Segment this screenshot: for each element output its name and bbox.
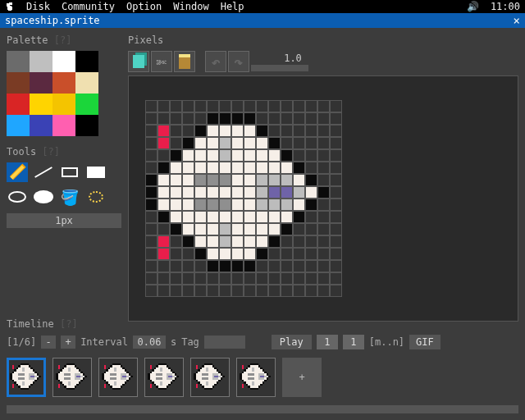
add-frame-button[interactable]: + bbox=[282, 358, 322, 397]
canvas-viewport[interactable] bbox=[128, 75, 518, 322]
interval-unit: s bbox=[171, 336, 176, 348]
range-hint: [m..n] bbox=[369, 336, 404, 348]
range-from[interactable]: 1 bbox=[317, 335, 338, 349]
pencil-tool[interactable] bbox=[7, 162, 28, 182]
menu-community[interactable]: Community bbox=[62, 1, 115, 12]
frame-4[interactable] bbox=[144, 358, 184, 397]
window-title: spaceship.sprite bbox=[5, 13, 100, 28]
paste-button[interactable] bbox=[174, 51, 195, 72]
tag-label: Tag bbox=[181, 336, 199, 348]
cut-button[interactable]: ✂ bbox=[151, 51, 172, 72]
menu-option[interactable]: Option bbox=[126, 1, 162, 12]
zoom-value: 1.0 bbox=[264, 52, 322, 64]
menu-help[interactable]: Help bbox=[221, 1, 244, 12]
redo-button[interactable]: ↷ bbox=[228, 51, 249, 72]
lasso-tool[interactable] bbox=[85, 187, 107, 207]
palette-swatch-7[interactable] bbox=[75, 72, 98, 94]
palette-swatch-9[interactable] bbox=[30, 94, 52, 115]
palette-swatch-5[interactable] bbox=[30, 72, 52, 94]
tools-help[interactable]: [?] bbox=[42, 146, 60, 158]
palette-swatch-13[interactable] bbox=[30, 115, 52, 136]
frame-2[interactable] bbox=[52, 358, 92, 397]
interval-value[interactable]: 0.06 bbox=[133, 336, 166, 349]
palette-swatch-6[interactable] bbox=[52, 72, 75, 94]
frame-minus-button[interactable]: - bbox=[41, 336, 56, 349]
undo-button[interactable]: ↶ bbox=[205, 51, 226, 72]
range-to[interactable]: 1 bbox=[343, 335, 364, 349]
timeline-scrollbar[interactable] bbox=[7, 405, 518, 413]
palette-swatch-4[interactable] bbox=[7, 72, 30, 94]
frame-plus-button[interactable]: + bbox=[61, 336, 75, 349]
rect-outline-tool[interactable] bbox=[59, 162, 80, 182]
rect-fill-tool[interactable] bbox=[85, 162, 107, 182]
zoom-slider[interactable] bbox=[251, 65, 308, 71]
close-icon[interactable]: × bbox=[514, 13, 520, 28]
gif-button[interactable]: GIF bbox=[409, 335, 441, 349]
volume-icon[interactable] bbox=[467, 0, 479, 13]
palette-swatch-12[interactable] bbox=[7, 115, 30, 136]
palette-swatch-10[interactable] bbox=[52, 94, 75, 115]
menu-disk[interactable]: Disk bbox=[26, 1, 50, 12]
frames-strip: + bbox=[7, 354, 518, 400]
color-palette bbox=[7, 51, 98, 136]
ellipse-fill-tool[interactable] bbox=[33, 187, 54, 207]
frame-counter: [1/6] bbox=[7, 336, 36, 348]
interval-label: Interval bbox=[80, 336, 128, 348]
clock: 11:00 bbox=[491, 0, 520, 13]
pixel-canvas bbox=[145, 100, 342, 297]
menu-window[interactable]: Window bbox=[173, 1, 208, 12]
frame-3[interactable] bbox=[98, 358, 138, 397]
palette-swatch-1[interactable] bbox=[30, 51, 52, 72]
menubar: DiskCommunityOptionWindowHelp 11:00 bbox=[0, 0, 525, 13]
palette-swatch-0[interactable] bbox=[7, 51, 30, 72]
play-button[interactable]: Play bbox=[272, 335, 312, 349]
palette-swatch-11[interactable] bbox=[75, 94, 98, 115]
palette-heading: Palette bbox=[7, 34, 48, 46]
window-titlebar: spaceship.sprite × bbox=[0, 13, 525, 28]
tag-field[interactable] bbox=[204, 336, 245, 349]
bucket-tool[interactable]: 🪣 bbox=[59, 187, 80, 207]
line-tool[interactable] bbox=[33, 162, 54, 182]
frame-1[interactable] bbox=[7, 358, 46, 397]
tools-heading: Tools bbox=[7, 146, 36, 158]
palette-swatch-14[interactable] bbox=[52, 115, 75, 136]
timeline-heading: Timeline bbox=[7, 318, 54, 330]
frame-5[interactable] bbox=[190, 358, 230, 397]
frame-6[interactable] bbox=[236, 358, 276, 397]
copy-button[interactable] bbox=[128, 51, 149, 72]
brush-size[interactable]: 1px bbox=[7, 213, 121, 228]
palette-swatch-15[interactable] bbox=[75, 115, 98, 136]
palette-help[interactable]: [?] bbox=[54, 34, 72, 46]
palette-swatch-8[interactable] bbox=[7, 94, 30, 115]
app-logo-icon bbox=[5, 2, 15, 11]
palette-swatch-3[interactable] bbox=[75, 51, 98, 72]
timeline-help[interactable]: [?] bbox=[60, 318, 78, 330]
ellipse-outline-tool[interactable] bbox=[7, 187, 28, 207]
pixels-heading: Pixels bbox=[128, 34, 163, 46]
palette-swatch-2[interactable] bbox=[52, 51, 75, 72]
